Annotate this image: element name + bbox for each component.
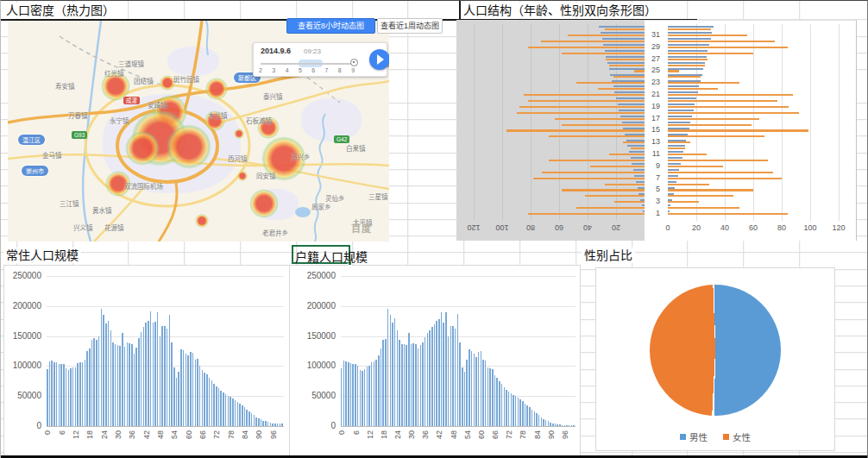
time-slider-panel: 2014.9.6 09:23 23456789: [253, 42, 387, 77]
pyramid-category-label: 23: [646, 79, 660, 85]
pyramid-axis-label: 120: [827, 223, 850, 232]
hist-bar: [519, 399, 520, 426]
pyramid-category-label: 7: [646, 175, 660, 181]
hist-bar: [394, 318, 395, 426]
bar-right-orange: [668, 35, 747, 36]
pyramid-category-label: 1: [646, 210, 660, 216]
pyramid-axis-label-mirrored: 120: [462, 223, 485, 232]
title-structure[interactable]: 人口结构（年龄、性别双向条形图）: [461, 3, 659, 18]
hist-bar: [504, 387, 505, 426]
hist-bar: [59, 364, 60, 426]
pyramid-category-label: 19: [646, 104, 660, 110]
slider-tick-label: 7: [323, 67, 331, 73]
legend-item: 女性: [723, 430, 751, 443]
hist-bar: [103, 315, 104, 426]
hist-bar: [445, 312, 446, 426]
hist-gridline: [341, 306, 576, 307]
hist-bar: [471, 351, 472, 426]
title-resident[interactable]: 常住人口规模: [3, 248, 81, 263]
gender-pie-chart[interactable]: 男性女性: [595, 267, 835, 451]
hist-bar: [569, 425, 569, 426]
hist-bar: [267, 422, 269, 426]
heat-blob: [205, 78, 228, 100]
bar-right-blue: [668, 181, 676, 183]
bar-right-blue: [668, 38, 711, 40]
hist-xtick: 54: [463, 430, 472, 439]
bar-right-orange: [668, 47, 788, 48]
hist-xtick: 78: [227, 430, 236, 439]
bar-left-blue: [606, 56, 645, 58]
hist-bar: [70, 368, 72, 426]
hist-bar: [51, 361, 53, 426]
density-heatmap-image[interactable]: 三道堰镇红光镇团结镇斑竹园镇泰兴镇木兰镇石板滩镇西河镇同安镇安靖镇万春镇寿安镇永…: [8, 21, 389, 242]
play-button[interactable]: [369, 49, 389, 70]
population-structure-chart[interactable]: 1357911131517192123252729310202040406060…: [456, 20, 857, 241]
hist-bar: [390, 315, 391, 426]
bar-left-blue: [616, 97, 645, 99]
view-8h-button[interactable]: 查看近8小时动态图: [286, 18, 375, 34]
hist-bar: [232, 398, 234, 426]
hist-bar: [489, 368, 490, 426]
bar-right-blue: [668, 80, 701, 82]
bar-right-orange: [668, 172, 773, 173]
bar-left-orange: [609, 65, 645, 66]
hist-bar: [550, 423, 550, 426]
hist-xtick: 54: [170, 430, 179, 439]
hist-bar: [82, 362, 84, 426]
resident-population-chart[interactable]: 0500001000001500002000002500000612182430…: [3, 265, 292, 456]
hist-bar: [235, 400, 236, 426]
pyramid-category-label: 17: [646, 116, 660, 122]
hist-bar: [506, 390, 506, 426]
bar-right-orange: [668, 154, 707, 155]
hist-bar: [145, 323, 147, 426]
bar-right-orange: [668, 94, 793, 96]
slider-handle[interactable]: [350, 59, 358, 66]
hist-bar: [56, 362, 58, 426]
slider-tick-label: 2: [256, 67, 265, 73]
time-label: 09:23: [304, 47, 321, 55]
hist-bar: [431, 327, 432, 426]
pyramid-gridline: [502, 24, 503, 221]
hist-ytick: 150000: [298, 331, 336, 341]
hist-bar: [211, 380, 213, 426]
pyramid-gridline: [531, 24, 531, 221]
hist-bar: [180, 349, 182, 426]
bar-right-blue: [668, 50, 708, 52]
town-label: 石板滩镇: [246, 116, 272, 125]
hist-xtick: 84: [241, 430, 249, 439]
bar-right-orange: [668, 106, 789, 108]
hist-bar: [526, 405, 527, 426]
hist-bar: [357, 366, 358, 426]
hist-bar: [548, 421, 549, 426]
road-badge: G42: [334, 135, 349, 143]
slider-tick-label: 3: [269, 67, 278, 73]
title-density[interactable]: 人口密度（热力图）: [3, 3, 117, 18]
hist-bar: [559, 424, 560, 426]
hist-xtick: 30: [407, 430, 416, 439]
town-label: 万兴乡: [291, 152, 311, 161]
bar-left-orange: [533, 178, 645, 179]
bar-left-blue: [618, 104, 645, 105]
hist-bar: [129, 343, 130, 426]
hist-bar: [374, 361, 374, 426]
hist-ytick: 0: [3, 421, 41, 430]
pyramid-category-label: 27: [646, 56, 660, 62]
registered-population-chart[interactable]: 0500001000001500002000002500000612182430…: [289, 265, 581, 456]
slider-track[interactable]: [261, 63, 357, 65]
hist-bar: [228, 396, 230, 426]
view-1week-button[interactable]: 查看近1周动态图: [377, 18, 443, 34]
bar-left-orange: [519, 106, 645, 108]
hist-ytick: 200000: [298, 301, 336, 311]
title-gender[interactable]: 性别占比: [582, 248, 635, 263]
bar-left-orange: [609, 154, 645, 155]
hist-bar: [411, 344, 412, 426]
town-label: 西河镇: [228, 154, 248, 163]
bar-left-orange: [528, 47, 645, 48]
hist-ytick: 100000: [3, 361, 41, 370]
hist-xtick: 12: [366, 430, 374, 439]
pyramid-axis-label: 0: [657, 223, 679, 232]
bar-right-orange: [668, 124, 752, 126]
legend-swatch: [680, 434, 686, 440]
pyramid-gridline: [559, 24, 560, 221]
hist-bar: [53, 362, 55, 426]
